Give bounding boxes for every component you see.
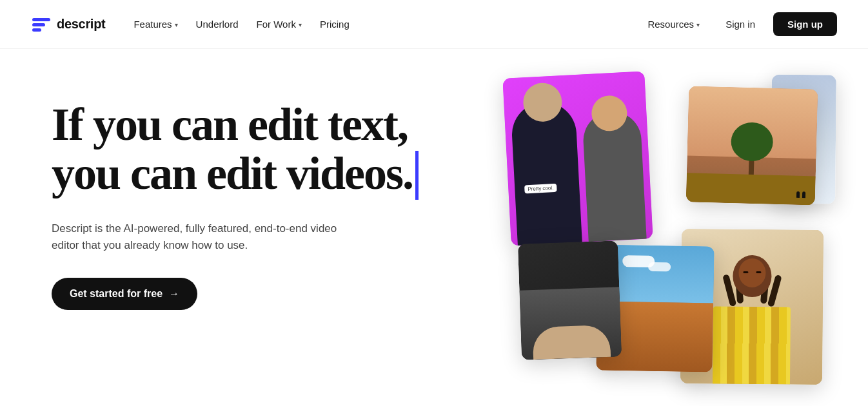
- clouds-element: [609, 255, 702, 294]
- image-card-landscape: [686, 86, 818, 205]
- nav-left: descript Features ▾ Underlord For Work ▾…: [31, 14, 357, 35]
- woman-figure: [713, 255, 791, 384]
- headline-line2: you can edit videos.: [52, 148, 413, 199]
- svg-rect-1: [32, 23, 45, 26]
- signin-button[interactable]: Sign in: [713, 14, 768, 35]
- features-chevron-icon: ▾: [175, 21, 178, 28]
- cta-button[interactable]: Get started for free →: [52, 278, 197, 310]
- svg-rect-0: [32, 18, 50, 21]
- nav-right: Resources ▾ Sign in Sign up: [640, 12, 837, 36]
- nav-underlord[interactable]: Underlord: [188, 14, 246, 35]
- resources-chevron-icon: ▾: [696, 21, 700, 28]
- woman-eyes: [743, 271, 761, 273]
- tree-element: [729, 122, 775, 181]
- walkers-element: [796, 191, 805, 198]
- image-card-keyboard: [518, 240, 622, 360]
- cloud-2: [648, 262, 671, 271]
- headline-line1: If you can edit text,: [52, 99, 408, 150]
- for-work-label: For Work: [256, 19, 295, 30]
- for-work-chevron-icon: ▾: [299, 21, 302, 28]
- nav-features[interactable]: Features ▾: [126, 14, 185, 35]
- navbar: descript Features ▾ Underlord For Work ▾…: [0, 0, 868, 49]
- person-silhouette-2: [582, 110, 646, 242]
- logo-icon: [31, 14, 52, 35]
- ground-element: [686, 173, 816, 205]
- cta-label: Get started for free: [70, 288, 163, 300]
- eye-left: [743, 271, 748, 273]
- tshirt-label: Pretty cool.: [524, 184, 557, 194]
- hero-subtext: Descript is the AI-powered, fully featur…: [52, 220, 361, 255]
- nav-pricing[interactable]: Pricing: [312, 14, 357, 35]
- walker-2: [802, 191, 805, 198]
- woman-head: [733, 255, 772, 298]
- hero-headline: If you can edit text, you can edit video…: [52, 101, 419, 202]
- eye-right: [756, 271, 761, 273]
- logo-text: descript: [57, 17, 105, 32]
- hands-element: [532, 325, 611, 360]
- hero-content: If you can edit text, you can edit video…: [52, 88, 419, 310]
- resources-label: Resources: [647, 19, 694, 30]
- hero-images: Pretty cool.: [507, 75, 816, 384]
- cta-arrow-icon: →: [169, 288, 179, 300]
- pricing-label: Pricing: [320, 19, 350, 30]
- nav-links: Features ▾ Underlord For Work ▾ Pricing: [126, 14, 357, 35]
- features-label: Features: [133, 19, 172, 30]
- logo[interactable]: descript: [31, 14, 105, 35]
- nav-for-work[interactable]: For Work ▾: [248, 14, 309, 35]
- signup-button[interactable]: Sign up: [773, 12, 837, 36]
- svg-rect-2: [32, 28, 41, 32]
- nav-resources[interactable]: Resources ▾: [640, 14, 707, 35]
- cursor-icon: [415, 151, 419, 200]
- person-silhouette-1: [510, 101, 582, 246]
- underlord-label: Underlord: [196, 19, 239, 30]
- woman-face: [738, 258, 765, 287]
- woman-shirt: [713, 306, 791, 384]
- walker-1: [796, 191, 800, 198]
- hero-section: If you can edit text, you can edit video…: [0, 49, 868, 406]
- keyboard-element: [519, 287, 622, 360]
- image-card-people: Pretty cool.: [502, 71, 653, 246]
